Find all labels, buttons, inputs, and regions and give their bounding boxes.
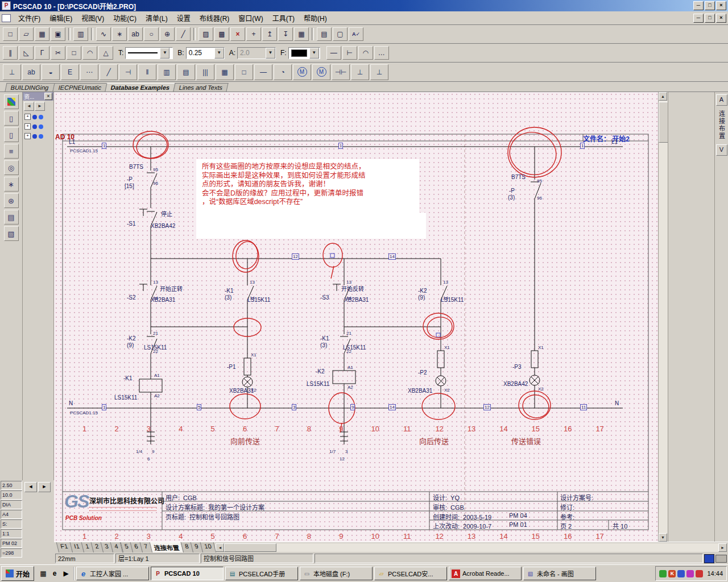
chevron-down-icon[interactable]: ▼ bbox=[266, 48, 275, 59]
taskbar-button[interactable]: ▱PCSELCAD安... bbox=[374, 567, 447, 580]
chevron-down-icon[interactable]: ▼ bbox=[160, 48, 169, 59]
stamp-icon[interactable]: ▥ bbox=[73, 27, 88, 41]
open-icon[interactable]: ▱ bbox=[19, 27, 34, 41]
dock-top-button[interactable]: A bbox=[716, 94, 727, 106]
arc-icon[interactable]: ◠ bbox=[82, 46, 97, 60]
contact-nc-icon[interactable]: ⊣ bbox=[119, 64, 137, 80]
connector-icon[interactable]: ▤ bbox=[177, 64, 195, 80]
taskbar-button[interactable]: ▧未命名 - 画图 bbox=[523, 567, 596, 580]
restore-button[interactable]: □ bbox=[705, 1, 715, 10]
chevron-down-icon[interactable]: ▼ bbox=[214, 48, 224, 59]
pencil-icon[interactable]: ╱ bbox=[176, 27, 191, 41]
pe-ground-icon[interactable]: ⊥ bbox=[351, 64, 369, 80]
triangle-icon[interactable]: △ bbox=[98, 46, 113, 60]
list-view-icon[interactable]: ▤ bbox=[317, 27, 332, 41]
list-icon[interactable]: ≡ bbox=[4, 144, 19, 159]
label-abc-icon[interactable]: ab bbox=[22, 64, 40, 80]
dock-panel-tab[interactable]: 连接布置 bbox=[717, 108, 726, 142]
lower-icon[interactable]: ↧ bbox=[278, 27, 293, 41]
contacts-alt-icon[interactable]: ▯ bbox=[4, 127, 19, 142]
library-tab-Database Examples[interactable]: Database Examples bbox=[105, 83, 176, 92]
ground-icon[interactable]: ⊥ bbox=[370, 64, 388, 80]
schematic-canvas[interactable]: 所有这些画圈的地方按原来的设想应是相交的结点，实际画出来却是这种效果，到底如何设… bbox=[54, 92, 658, 542]
expand-icon[interactable]: + bbox=[24, 114, 31, 120]
taskbar-button[interactable]: e工控人家园 ... bbox=[76, 567, 149, 580]
pager-left-icon[interactable]: ◄ bbox=[24, 482, 37, 492]
print-status-icon[interactable] bbox=[715, 555, 727, 563]
line-style-icon[interactable]: — bbox=[326, 46, 341, 60]
resource-tree-row[interactable]: + bbox=[23, 112, 53, 122]
page-edit-icon[interactable]: ▢ bbox=[333, 27, 348, 41]
menu-item-清单(L)[interactable]: 清单(L) bbox=[142, 12, 172, 24]
menu-item-视图(V)[interactable]: 视图(V) bbox=[77, 12, 108, 24]
chevron-down-icon[interactable]: ▼ bbox=[309, 48, 319, 59]
symbol-palette-icon[interactable] bbox=[4, 94, 19, 109]
move-icon[interactable]: ⊕ bbox=[160, 27, 175, 41]
contacts-icon[interactable]: ▯ bbox=[4, 111, 19, 126]
component-icon[interactable]: ∗ bbox=[4, 177, 19, 192]
print-icon[interactable]: ▣ bbox=[51, 27, 65, 41]
k-tray-icon[interactable]: K bbox=[668, 570, 676, 577]
trim-icon[interactable]: ✂ bbox=[51, 46, 65, 60]
close-icon[interactable]: × bbox=[44, 93, 52, 100]
dock-bottom-button[interactable]: V bbox=[716, 144, 727, 156]
taskbar-clock[interactable]: 14:44 bbox=[707, 570, 723, 577]
minimize-button[interactable]: ─ bbox=[693, 1, 704, 10]
scroll-left-icon[interactable]: ◄ bbox=[216, 543, 224, 552]
library-tab-IECPNEUmatic[interactable]: IECPNEUmatic bbox=[52, 83, 107, 92]
taskbar-button[interactable]: PPCSCAD 10 bbox=[151, 567, 224, 580]
corner-icon[interactable]: Γ bbox=[35, 46, 49, 60]
menu-item-布线器(R)[interactable]: 布线器(R) bbox=[196, 12, 234, 24]
resource-tree-row[interactable]: + bbox=[23, 122, 53, 131]
motor-star-icon[interactable]: M bbox=[312, 64, 330, 80]
horizontal-scrollbar[interactable]: ◄ ► bbox=[216, 543, 727, 552]
vertical-scroll-thumb[interactable] bbox=[659, 102, 668, 143]
close-button[interactable]: × bbox=[716, 1, 726, 10]
document-icon[interactable]: ▤ bbox=[4, 210, 19, 225]
raise-icon[interactable]: ↥ bbox=[262, 27, 277, 41]
polyline-icon[interactable]: ◺ bbox=[19, 46, 34, 60]
branch-icon[interactable]: ⊢ bbox=[342, 46, 357, 60]
horizontal-scroll-thumb[interactable] bbox=[224, 543, 276, 552]
taskbar-button[interactable]: ▭本地磁盘 (F:) bbox=[300, 567, 373, 580]
child-restore-button[interactable]: □ bbox=[705, 14, 715, 23]
curve-icon[interactable]: ◠ bbox=[358, 46, 373, 60]
green-tray-icon[interactable] bbox=[659, 570, 667, 577]
save-icon[interactable]: ▦ bbox=[35, 27, 49, 41]
line-width-combo[interactable]: 0.25 ▼ bbox=[186, 47, 225, 59]
spellcheck-icon[interactable]: A✓ bbox=[349, 27, 363, 41]
menu-item-文件(F)[interactable]: 文件(F) bbox=[14, 12, 44, 24]
text-abc-icon[interactable]: ab bbox=[128, 27, 143, 41]
menu-item-编辑(E)[interactable]: 编辑(E) bbox=[46, 12, 76, 24]
show-desktop-icon[interactable]: ▦ bbox=[38, 568, 48, 579]
menu-item-功能(C)[interactable]: 功能(C) bbox=[109, 12, 140, 24]
duplicate-icon[interactable]: ▩ bbox=[214, 27, 229, 41]
delete-icon[interactable]: × bbox=[230, 27, 245, 41]
nav-left-icon[interactable]: ◄ bbox=[24, 102, 34, 111]
rectangle-icon[interactable]: □ bbox=[67, 46, 81, 60]
pager-right-icon[interactable]: ► bbox=[38, 482, 51, 492]
new-icon[interactable]: □ bbox=[3, 27, 18, 41]
ie-launch-icon[interactable]: e bbox=[49, 568, 60, 579]
taskbar-button[interactable]: ▤PCSELCAD手册 bbox=[225, 567, 298, 580]
pink-tray-icon[interactable] bbox=[686, 570, 694, 577]
menu-item-窗口(W)[interactable]: 窗口(W) bbox=[234, 12, 267, 24]
contact-no-icon[interactable]: ╱ bbox=[100, 64, 118, 80]
resource-tree-row[interactable]: + bbox=[23, 131, 53, 141]
library-tab-Lines and Texts[interactable]: Lines and Texts bbox=[173, 83, 229, 92]
scroll-down-icon[interactable]: ▼ bbox=[659, 533, 667, 542]
fill-color-combo[interactable]: ▼ bbox=[288, 47, 320, 59]
red-tray-icon[interactable] bbox=[696, 570, 703, 577]
menu-item-帮助(H)[interactable]: 帮助(H) bbox=[300, 12, 331, 24]
grid-icon[interactable]: ▦ bbox=[294, 27, 309, 41]
add-icon[interactable]: + bbox=[246, 27, 261, 41]
meter-icon[interactable]: ◔ bbox=[274, 64, 292, 80]
dotted-wire-icon[interactable]: ⋯ bbox=[80, 64, 98, 80]
child-minimize-button[interactable]: ─ bbox=[693, 14, 704, 23]
parallel-lines-icon[interactable]: ∥ bbox=[3, 46, 18, 60]
taskbar-button[interactable]: AAcrobat Reade... bbox=[449, 567, 522, 580]
paste-icon[interactable]: ▨ bbox=[198, 27, 213, 41]
more-icon[interactable]: … bbox=[374, 46, 389, 60]
e-contact-icon[interactable]: E bbox=[61, 64, 79, 80]
child-close-button[interactable]: × bbox=[716, 14, 726, 23]
